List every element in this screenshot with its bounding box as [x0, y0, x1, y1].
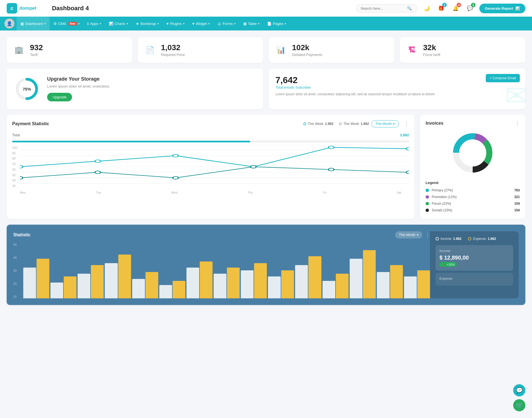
bar-group: [159, 281, 185, 298]
socials-color: [426, 209, 429, 212]
search-wrap: 🔍 🌙 🎁 2 🔔 12 💬 5 Generate Report 📊: [356, 3, 525, 13]
required-price-label: Required Price: [161, 53, 185, 57]
stat-legend-row: Income 1.982 Expense 1.982: [436, 237, 513, 241]
plugins-icon: ♥: [167, 22, 169, 26]
bar-white: [159, 285, 172, 298]
gift-badge: 2: [442, 3, 447, 7]
apps-icon: ℹ: [87, 22, 89, 26]
legend-item-primary: Primary (27%) 763: [426, 187, 520, 194]
bar-group: [268, 270, 294, 298]
expense-box-title: Expense: [439, 277, 509, 281]
gift-btn[interactable]: 🎁 2: [436, 3, 446, 13]
nav-item-cms[interactable]: ⚙ CMS New ▾: [50, 17, 83, 30]
bar-group: [323, 274, 349, 298]
invoices-more-button[interactable]: ⋮: [515, 120, 520, 126]
income-box-value: $ 12,890,00: [439, 255, 509, 261]
nav-item-table[interactable]: ▦ Table ▾: [239, 17, 263, 30]
stat-cards-grid: 🏢 932 Tariff 📄 1,032 Required Price 📊 10…: [7, 37, 525, 63]
dashboard-icon: ▦: [21, 22, 24, 26]
nav-item-forms[interactable]: 🖨 Forms ▾: [214, 17, 239, 30]
nav-item-dashboard[interactable]: ▦ Dashboard ▾: [17, 17, 50, 30]
stat-card-required-price: 📄 1,032 Required Price: [138, 37, 263, 63]
income-legend-dot: [436, 237, 439, 240]
bar-group: [404, 270, 430, 298]
storage-title: Upgrade Your Storage: [47, 76, 110, 82]
nav-item-apps[interactable]: ℹ Apps ▾: [83, 17, 105, 30]
line-chart-svg: [20, 145, 409, 189]
theme-toggle-btn[interactable]: 🌙: [422, 3, 432, 13]
bar-white: [23, 268, 36, 298]
nav-item-charts[interactable]: 📊 Charts ▾: [105, 17, 132, 30]
bar-white: [404, 276, 417, 298]
nav-item-widget[interactable]: ♥ Widget ▾: [188, 17, 214, 30]
required-price-number: 1,032: [161, 43, 185, 52]
expense-box: Expense: [436, 273, 513, 286]
svg-point-17: [95, 171, 101, 174]
legend-list: Primary (27%) 763 Promotion (11%) 321 Fo…: [426, 187, 520, 214]
bar-white: [323, 281, 335, 298]
storage-info: Upgrade Your Storage Lorem ipsum dolor s…: [47, 76, 110, 101]
search-box[interactable]: 🔍: [356, 4, 417, 12]
legend-title: Legend: [426, 181, 520, 185]
notification-badge: 12: [457, 3, 461, 7]
svg-point-21: [406, 171, 409, 174]
detailed-payments-label: Detailed Payments: [292, 53, 322, 57]
svg-point-14: [328, 146, 334, 149]
force-tariff-number: 32k: [423, 43, 440, 52]
upgrade-button[interactable]: Upgrade: [47, 93, 72, 101]
bar-yellow: [118, 255, 131, 298]
storage-card: 75% Upgrade Your Storage Lorem ipsum dol…: [7, 68, 263, 109]
bar-white: [241, 270, 254, 298]
nav-item-bootstrap[interactable]: ★ Bootstrap ▾: [132, 17, 163, 30]
email-card: + Compose Email 7,642 Total emails Subcr…: [269, 68, 525, 109]
invoices-card: Invoices ⋮ Lege: [420, 115, 525, 219]
bar-yellow: [254, 263, 267, 298]
tariff-number: 932: [30, 43, 43, 52]
email-description: Lorem ipsum dolor sit amet, consectetur …: [275, 92, 519, 97]
search-input[interactable]: [360, 6, 405, 11]
bar-white: [78, 274, 90, 298]
payment-summary: Total 3,982: [12, 131, 409, 140]
header-icons: 🌙 🎁 2 🔔 12 💬 5: [422, 3, 475, 13]
invoices-header: Invoices ⋮: [426, 120, 520, 126]
nav-item-pages[interactable]: 📄 Pages ▾: [263, 17, 290, 30]
page-title: Dashboard 4: [52, 5, 89, 12]
bar-yellow: [173, 281, 185, 298]
payment-more-button[interactable]: ⋮: [404, 121, 409, 127]
pages-arrow-icon: ▾: [285, 22, 286, 25]
stat-this-month-button[interactable]: This Month ▾: [395, 231, 422, 239]
legend-item-promotion: Promotion (11%) 321: [426, 194, 520, 200]
notification-btn[interactable]: 🔔 12: [451, 3, 461, 13]
bar-yellow: [91, 265, 104, 298]
bar-yellow: [363, 250, 376, 298]
bar-yellow: [200, 261, 213, 298]
income-box: Income $ 12,890,00 🔺 +15%: [436, 245, 513, 271]
legend-dot-1: [303, 122, 306, 125]
bar-group: [214, 268, 240, 298]
bar-yellow: [308, 256, 321, 298]
chat-btn[interactable]: 💬 5: [465, 3, 475, 13]
forum-color: [426, 202, 429, 205]
this-month-button[interactable]: This Month ▾: [371, 120, 399, 127]
stat-card-force-tariff: 🏗 32k Force tariff: [400, 37, 525, 63]
invoices-title: Invoices: [426, 121, 443, 126]
primary-color: [426, 189, 429, 192]
middle-row: 75% Upgrade Your Storage Lorem ipsum dol…: [7, 68, 525, 109]
nav-item-plugins[interactable]: ♥ Plugins ▾: [163, 17, 188, 30]
force-tariff-icon: 🏗: [405, 43, 419, 57]
payment-title: Payment Statistic: [12, 121, 303, 126]
legend-item-socials: Socials (15%) 154: [426, 207, 520, 214]
income-legend: Income 1.982: [436, 237, 461, 241]
svg-point-19: [250, 165, 256, 168]
storage-donut: 75%: [14, 76, 39, 101]
svg-point-15: [406, 147, 409, 150]
statistic-header: Statistic This Month ▾ ⋮: [13, 231, 430, 239]
bootstrap-icon: ★: [136, 22, 139, 26]
bar-white: [295, 265, 308, 298]
payment-card: Payment Statistic This Week 1.982 This W…: [7, 115, 415, 219]
bar-white: [132, 279, 145, 298]
generate-report-button[interactable]: Generate Report 📊: [479, 4, 525, 13]
bar-white: [377, 272, 390, 298]
nav-bar: 👤 ▦ Dashboard ▾ ⚙ CMS New ▾ ℹ Apps ▾ 📊 C…: [0, 17, 532, 30]
statistic-more-button[interactable]: ⋮: [425, 232, 430, 238]
